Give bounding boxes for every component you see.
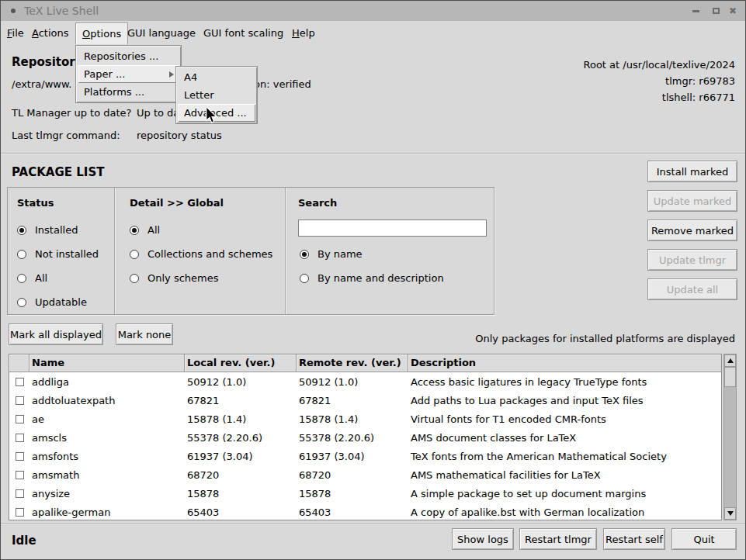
radio-updatable[interactable]: Updatable <box>17 296 87 308</box>
table-row[interactable]: amscls55378 (2.20.6)55378 (2.20.6)AMS do… <box>9 428 721 447</box>
radio-label: By name and description <box>317 272 444 284</box>
window-title: TeX Live Shell <box>24 5 99 17</box>
menu-item-letter[interactable]: Letter <box>178 86 255 104</box>
package-name: anysize <box>29 488 185 500</box>
separator <box>1 524 745 525</box>
radio-collections-schemes[interactable]: Collections and schemes <box>130 248 272 260</box>
package-checkbox[interactable] <box>16 489 24 498</box>
table-row[interactable]: apalike-german6540365403A copy of apalik… <box>9 503 721 520</box>
repository-heading: Repository <box>12 55 83 69</box>
package-description: Virtual fonts for T1 encoded CMR-fonts <box>408 413 721 425</box>
package-description: AMS document classes for LaTeX <box>408 432 721 444</box>
checkbox-cell <box>9 489 29 498</box>
radio-by-name[interactable]: By name <box>300 248 363 260</box>
radio-all-status[interactable]: All <box>17 272 47 284</box>
checkbox-cell <box>9 508 29 517</box>
package-description: Add paths to Lua packages and input TeX … <box>408 395 721 406</box>
remove-marked-button[interactable]: Remove marked <box>647 220 737 241</box>
package-checkbox[interactable] <box>16 452 24 461</box>
radio-icon <box>17 226 26 235</box>
package-description: A copy of apalike.bst with German locali… <box>408 506 721 518</box>
table-row[interactable]: amsfonts61937 (3.04)61937 (3.04)TeX font… <box>9 447 721 465</box>
radio-only-schemes[interactable]: Only schemes <box>130 272 219 284</box>
scroll-up-button[interactable] <box>724 354 736 367</box>
app-icon <box>11 9 16 13</box>
menu-item-platforms[interactable]: Platforms ... <box>78 83 179 101</box>
status-group-title: Status <box>17 197 54 209</box>
mouse-cursor <box>205 106 218 126</box>
menu-item-a4[interactable]: A4 <box>178 68 255 86</box>
package-checkbox[interactable] <box>16 471 24 479</box>
radio-icon <box>17 298 26 307</box>
package-remote-rev: 50912 (1.0) <box>297 376 408 388</box>
submenu-arrow-icon <box>169 71 174 78</box>
package-checkbox[interactable] <box>16 378 24 386</box>
radio-installed[interactable]: Installed <box>17 224 78 236</box>
menu-item-repositories[interactable]: Repositories ... <box>78 47 179 65</box>
package-local-rev: 50912 (1.0) <box>185 376 297 388</box>
package-checkbox[interactable] <box>16 508 24 517</box>
radio-detail-all[interactable]: All <box>130 224 160 236</box>
radio-label: Updatable <box>35 296 87 308</box>
radio-not-installed[interactable]: Not installed <box>17 248 99 260</box>
last-command-value: repository status <box>137 130 222 141</box>
root-path: Root at /usr/local/texlive/2024 <box>583 59 735 71</box>
radio-by-name-description[interactable]: By name and description <box>300 272 444 284</box>
table-row[interactable]: ae15878 (1.4)15878 (1.4)Virtual fonts fo… <box>9 410 721 428</box>
header-local-rev: Local rev. (ver.) <box>185 354 297 372</box>
close-icon: ✖ <box>729 5 737 16</box>
menu-item-label: Paper ... <box>84 68 125 80</box>
package-name: amsfonts <box>29 451 185 462</box>
package-name: apalike-german <box>29 506 185 518</box>
minimize-icon <box>692 10 699 12</box>
menu-gui-language[interactable]: GUI language <box>127 21 196 45</box>
radio-icon <box>130 226 139 235</box>
mark-all-displayed-button[interactable]: Mark all displayed <box>9 323 103 345</box>
table-row[interactable]: addliga50912 (1.0)50912 (1.0)Access basi… <box>9 372 721 391</box>
package-local-rev: 15878 (1.4) <box>185 413 297 425</box>
update-marked-button: Update marked <box>647 190 737 212</box>
package-table-body: addliga50912 (1.0)50912 (1.0)Access basi… <box>9 372 721 520</box>
package-checkbox[interactable] <box>16 396 24 405</box>
quit-button[interactable]: Quit <box>671 528 737 550</box>
menu-file[interactable]: File <box>7 21 24 45</box>
last-command-label: Last tlmgr command: <box>12 130 120 141</box>
minimize-button[interactable] <box>689 5 702 17</box>
radio-label: All <box>35 272 47 284</box>
menu-actions[interactable]: Actions <box>32 21 69 45</box>
detail-group-title: Detail >> Global <box>130 197 224 209</box>
menu-options[interactable]: Options <box>75 22 128 44</box>
repository-path: /extra/www. <box>12 78 71 90</box>
table-scrollbar[interactable] <box>723 354 737 520</box>
package-remote-rev: 68720 <box>297 469 408 481</box>
menu-item-paper[interactable]: Paper ... <box>78 65 179 83</box>
scroll-down-button[interactable] <box>724 507 736 520</box>
radio-label: Only schemes <box>147 272 219 284</box>
table-row[interactable]: addtoluatexpath6782167821Add paths to Lu… <box>9 391 721 410</box>
package-checkbox[interactable] <box>16 415 24 423</box>
maximize-button[interactable] <box>710 5 722 17</box>
menu-help[interactable]: Help <box>292 21 315 45</box>
package-description: A simple package to set up document marg… <box>408 488 721 500</box>
mark-none-button[interactable]: Mark none <box>116 323 173 345</box>
package-local-rev: 65403 <box>185 506 297 518</box>
tex-live-shell-window: TeX Live Shell ✖ File Actions Options GU… <box>0 0 746 560</box>
scrollbar-thumb[interactable] <box>724 367 736 387</box>
close-button[interactable]: ✖ <box>727 5 739 17</box>
platforms-note: Only packages for installed platforms ar… <box>475 333 735 344</box>
menubar: File Actions Options GUI language GUI fo… <box>1 21 745 45</box>
tlshell-revision: tlshell: r66771 <box>662 92 735 103</box>
checkbox-cell <box>9 471 29 479</box>
titlebar: TeX Live Shell ✖ <box>1 1 745 22</box>
search-input[interactable] <box>298 220 487 237</box>
install-marked-button[interactable]: Install marked <box>647 161 737 182</box>
restart-self-button[interactable]: Restart self <box>603 528 665 550</box>
package-description: AMS mathematical facilities for LaTeX <box>408 469 721 481</box>
show-logs-button[interactable]: Show logs <box>452 528 514 550</box>
restart-tlmgr-button[interactable]: Restart tlmgr <box>519 528 597 550</box>
table-row[interactable]: amsmath6872068720AMS mathematical facili… <box>9 465 721 484</box>
menu-gui-font-scaling[interactable]: GUI font scaling <box>203 21 283 45</box>
radio-label: Installed <box>35 224 78 236</box>
table-row[interactable]: anysize1587815878A simple package to set… <box>9 484 721 503</box>
package-checkbox[interactable] <box>16 434 24 442</box>
